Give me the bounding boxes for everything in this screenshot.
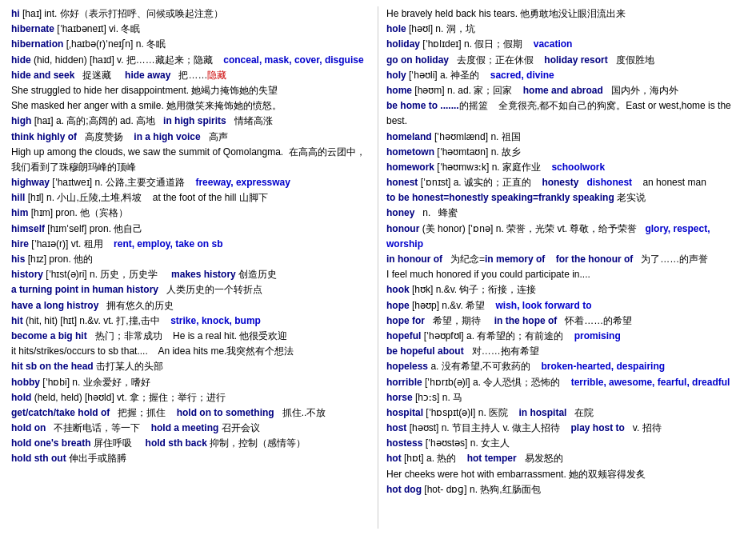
- entry-honey: honey n. 蜂蜜: [386, 206, 745, 221]
- entry-hibernate: hibernate [ˈhaɪbəneɪt] vi. 冬眠: [11, 22, 370, 37]
- entry-to-be-honest: to be honest=honestly speaking=frankly s…: [386, 190, 745, 206]
- entry-horrible: horrible [ˈhɒrɪb(ə)l] a. 令人恐惧；恐怖的 terrib…: [386, 375, 745, 390]
- entry-hide: hide (hid, hidden) [haɪd] v. 把……藏起来；隐藏 c…: [11, 53, 370, 68]
- entry-honour: honour (美 honor) [ˈɒnə] n. 荣誉，光荣 vt. 尊敬，…: [386, 222, 745, 252]
- entry-high-up: High up among the clouds, we saw the sum…: [11, 145, 370, 175]
- entry-turning-point: a turning point in human history 人类历史的一个…: [11, 282, 370, 297]
- entry-horse: horse [hɔːs] n. 马: [386, 390, 745, 405]
- entry-i-feel-honoured: I feel much honored if you could partici…: [386, 267, 745, 282]
- entry-big-hit: become a big hit 热门；非常成功 He is a real hi…: [11, 329, 370, 344]
- entry-long-history: have a long histroy 拥有悠久的历史: [11, 298, 370, 313]
- entry-host: host [həʊst] n. 节目主持人 v. 做主人招待 play host…: [386, 421, 745, 436]
- page: hi [haɪ] int. 你好（表示打招呼、问候或唤起注意）hibernate…: [0, 0, 756, 535]
- entry-she-masked: She masked her anger with a smile. 她用微笑来…: [11, 98, 370, 114]
- entry-hook: hook [hʊk] n.&v. 钩子；衔接，连接: [386, 282, 745, 297]
- entry-hot-dog: hot dog [hot- dɒɡ] n. 热狗,红肠面包: [386, 482, 745, 497]
- entry-his: his [hɪz] pron. 他的: [11, 252, 370, 267]
- entry-hold: hold (held, held) [həʊld] vt. 拿；握住；举行；进行: [11, 390, 370, 405]
- entry-her-cheeks: Her cheeks were hot with embarrassment. …: [386, 467, 745, 482]
- entry-high: high [haɪ] a. 高的;高阔的 ad. 高地 in high spir…: [11, 114, 370, 129]
- entry-history: history [ˈhɪst(ə)ri] n. 历史，历史学 makes his…: [11, 267, 370, 282]
- entry-hit: hit (hit, hit) [hɪt] n.&v. vt. 打,撞,击中 st…: [11, 313, 370, 329]
- entry-home: home [həʊm] n. ad. 家；回家 home and abroad …: [386, 83, 745, 98]
- entry-hobby: hobby [ˈhɒbi] n. 业余爱好，嗜好: [11, 375, 370, 390]
- entry-hide-and-seek: hide and seek 捉迷藏 hide away 把……隐藏: [11, 68, 370, 83]
- entry-hope-n: hope for 希望，期待 in the hope of 怀着……的希望: [386, 313, 745, 329]
- entry-in-honour: in honour of 为纪念=in memory of for the ho…: [386, 252, 745, 267]
- entry-holy: holy [ˈhəʊli] a. 神圣的 sacred, divine: [386, 68, 745, 83]
- entry-hot: hot [hɒt] a. 热的 hot temper 易发怒的: [386, 451, 745, 466]
- entry-highway: highway [ˈhaɪtweɪ] n. 公路,主要交通道路 freeway,…: [11, 175, 370, 190]
- entry-hi: hi [haɪ] int. 你好（表示打招呼、问候或唤起注意）: [11, 6, 370, 22]
- entry-go-on-holiday: go on holiday 去度假；正在休假 holiday resort 度假…: [386, 53, 745, 68]
- entry-himself: himself [hɪmˈself] pron. 他自己: [11, 222, 370, 237]
- entry-hopeful: hopeful [ˈhəʊpfʊl] a. 有希望的；有前途的 promisin…: [386, 329, 745, 344]
- entry-hold-on: hold on 不挂断电话，等一下 hold a meeting 召开会议: [11, 421, 370, 436]
- entry-homeland: homeland [ˈhəʊmlænd] n. 祖国: [386, 130, 745, 145]
- entry-holiday: holiday [ˈhɒlɪdeɪ] n. 假日；假期 vacation: [386, 37, 745, 52]
- entry-she-struggled: She struggled to hide her disappointment…: [11, 83, 370, 98]
- entry-he-bravely: He bravely held back his tears. 他勇敢地没让眼泪…: [386, 6, 745, 22]
- entry-hold-out: hold sth out 伸出手或胳膊: [11, 451, 370, 466]
- entry-it-hits: it hits/strikes/occurs to sb that.... An…: [11, 344, 370, 359]
- entry-honest: honest [ˈɒnɪst] a. 诚实的；正直的 honesty disho…: [386, 175, 745, 190]
- entry-hostess: hostess [ˈhəʊstəs] n. 女主人: [386, 436, 745, 451]
- entry-homework: homework [ˈhəʊmwɜːk] n. 家庭作业 schoolwork: [386, 160, 745, 175]
- left-column: hi [haɪ] int. 你好（表示打招呼、问候或唤起注意）hibernate…: [5, 6, 378, 529]
- entry-hole: hole [həʊl] n. 洞，坑: [386, 22, 745, 37]
- entry-hold-breath: hold one's breath 屏住呼吸 hold sth back 抑制，…: [11, 436, 370, 451]
- entry-get-hold: get/catch/take hold of 把握；抓住 hold on to …: [11, 405, 370, 421]
- entry-think-highly: think highly of 高度赞扬 in a high voice 高声: [11, 130, 370, 145]
- entry-hire: hire [ˈhaɪə(r)] vt. 租用 rent, employ, tak…: [11, 237, 370, 252]
- entry-be-home: be home to .......的摇篮 全竟很亮,都不如自己的狗窝。East…: [386, 98, 745, 129]
- right-column: He bravely held back his tears. 他勇敢地没让眼泪…: [378, 6, 751, 529]
- entry-hill: hill [hɪl] n. 小山,丘陵,土堆,料坡 at the foot of…: [11, 190, 370, 206]
- entry-hibernation: hibernation [ˌhaɪbə(r)ˈneɪʃn] n. 冬眠: [11, 37, 370, 52]
- entry-hope-v: hope [həʊp] n.&v. 希望 wish, look forward …: [386, 298, 745, 313]
- entry-hopeless: hopeless a. 没有希望,不可救药的 broken-hearted, d…: [386, 359, 745, 374]
- entry-him: him [hɪm] pron. 他（宾格）: [11, 206, 370, 221]
- entry-hospital: hospital [ˈhɒspɪt(ə)l] n. 医院 in hospital…: [386, 405, 745, 421]
- entry-hometown: hometown [ˈhəʊmtaʊn] n. 故乡: [386, 145, 745, 160]
- entry-be-hopeful: be hopeful about 对……抱有希望: [386, 344, 745, 359]
- entry-hit-sb: hit sb on the head 击打某人的头部: [11, 359, 370, 374]
